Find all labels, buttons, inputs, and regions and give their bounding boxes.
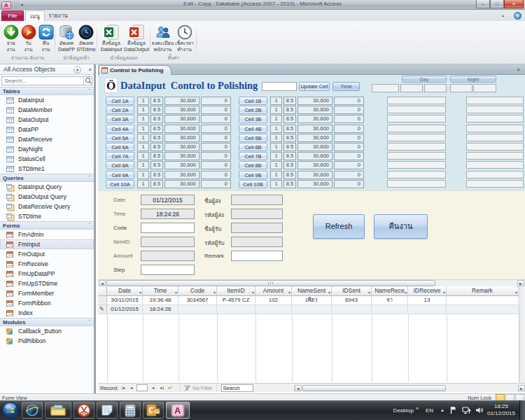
scroll-left-icon[interactable]: ◀ — [295, 385, 302, 391]
nav-item[interactable]: DataInput — [0, 95, 94, 105]
cell-button[interactable]: Cell 6B — [239, 143, 267, 151]
cell-field-2[interactable]: 8.5 — [284, 97, 296, 105]
day-value-box[interactable] — [387, 171, 446, 178]
field-input[interactable] — [231, 195, 283, 205]
cell-field-1[interactable]: 1 — [270, 180, 282, 188]
day-total-box[interactable] — [372, 84, 399, 92]
navigation-pane-header[interactable]: All Access Objects ▾ « — [0, 64, 94, 75]
update-cell-button[interactable]: Update Cell — [299, 82, 330, 91]
cell-field-3[interactable]: 30,600 — [164, 115, 200, 123]
cell-button[interactable]: Cell 10B — [239, 180, 267, 188]
cell-field-4[interactable]: 0 — [334, 115, 364, 123]
cell-field-2[interactable]: 8.5 — [150, 161, 163, 169]
nav-item[interactable]: Callback_Button — [0, 326, 94, 336]
cell-field-2[interactable]: 8.5 — [150, 180, 163, 188]
nav-item[interactable]: PidRibbon — [0, 336, 94, 346]
cell-field-4[interactable]: 0 — [334, 134, 364, 142]
nav-item[interactable]: FmAdmin — [0, 230, 94, 239]
action-center-flag-icon[interactable] — [449, 406, 458, 414]
cell-field-4[interactable]: 0 — [201, 106, 231, 114]
nav-item[interactable]: DataOutput — [0, 115, 94, 125]
datasheet-column-header[interactable]: ItemID ▾ — [217, 286, 255, 296]
cell-button[interactable]: Cell 8B — [239, 161, 267, 169]
cell-field-3[interactable]: 30,600 — [164, 106, 200, 114]
datasheet-vertical-scrollbar[interactable] — [519, 286, 525, 383]
night-value-box[interactable] — [466, 171, 524, 178]
cell-field-1[interactable]: 1 — [137, 106, 149, 114]
night-value-box[interactable] — [466, 115, 524, 122]
cell-field-1[interactable]: 1 — [137, 171, 149, 179]
cell-field-4[interactable]: 0 — [334, 152, 364, 160]
cell-field-4[interactable]: 0 — [334, 97, 364, 105]
cell-field-1[interactable]: 1 — [137, 97, 149, 105]
cell-field-3[interactable]: 30,600 — [164, 134, 200, 142]
cell-button[interactable]: Cell 4B — [239, 125, 267, 133]
document-tab[interactable]: Control to Polishing — [99, 65, 172, 75]
cell-field-3[interactable]: 30,600 — [298, 171, 332, 179]
taskbar-access[interactable]: A — [166, 402, 190, 419]
time-button[interactable]: Time — [332, 82, 360, 91]
ribbon-button-return[interactable]: คืน งาน — [37, 23, 55, 52]
nav-item[interactable]: FmUpSTDtime — [0, 279, 94, 288]
night-value-box[interactable] — [466, 97, 524, 104]
cell-field-1[interactable]: 1 — [270, 171, 282, 179]
nav-item[interactable]: DataOutput Query — [0, 192, 94, 202]
datasheet-cell[interactable]: P-4579 CZ — [217, 296, 255, 305]
show-hidden-icons-icon[interactable]: ▲ — [440, 408, 444, 412]
file-tab[interactable]: File — [1, 10, 24, 21]
cell-field-2[interactable]: 8.5 — [150, 125, 163, 133]
language-indicator[interactable]: EN — [426, 407, 433, 414]
cell-button[interactable]: Cell 7B — [239, 152, 267, 160]
cell-field-3[interactable]: 30,600 — [164, 152, 200, 160]
nav-section-header[interactable]: Tables ˆ — [0, 87, 94, 95]
previous-record-icon[interactable]: ◂ — [127, 384, 135, 391]
datasheet-cell[interactable]: 3034567 — [178, 296, 217, 305]
cell-field-1[interactable]: 1 — [137, 180, 149, 188]
cell-field-4[interactable]: 0 — [201, 143, 231, 151]
cell-button[interactable]: Cell 3A — [106, 115, 134, 123]
row-selector[interactable] — [98, 296, 107, 305]
night-value-box[interactable] — [466, 134, 524, 141]
cell-field-2[interactable]: 8.5 — [284, 134, 296, 142]
refresh-button[interactable]: Refresh — [313, 214, 365, 239]
cell-field-2[interactable]: 8.5 — [284, 115, 296, 123]
maximize-button[interactable]: □ — [490, 0, 504, 8]
night-box-2[interactable] — [473, 84, 496, 92]
start-button[interactable] — [1, 401, 20, 419]
field-input[interactable] — [141, 265, 195, 275]
cell-field-4[interactable]: 0 — [201, 97, 231, 105]
day-value-box[interactable] — [387, 106, 446, 113]
datasheet-cell[interactable]: เพียว — [292, 296, 332, 305]
cell-button[interactable]: Cell 2A — [106, 106, 134, 114]
cell-field-4[interactable]: 0 — [334, 180, 364, 188]
taskbar-sticky-notes[interactable] — [97, 402, 118, 419]
nav-item[interactable]: FmInput — [0, 239, 94, 249]
cell-field-2[interactable]: 8.5 — [150, 152, 163, 160]
cell-field-3[interactable]: 30,600 — [164, 161, 200, 169]
cell-field-4[interactable]: 0 — [334, 106, 364, 114]
cell-button[interactable]: Cell 4A — [106, 125, 134, 133]
cell-field-3[interactable]: 30,600 — [164, 180, 200, 188]
datasheet-column-header[interactable]: NameRece ▾ — [372, 286, 408, 296]
day-box-1[interactable] — [400, 84, 423, 92]
return-work-button[interactable]: คืนงาน — [374, 214, 428, 239]
nav-item[interactable]: FmUpDataPP — [0, 269, 94, 279]
cell-button[interactable]: Cell 1A — [106, 97, 134, 105]
cell-field-2[interactable]: 8.5 — [284, 143, 296, 151]
nav-item[interactable]: FmOutput — [0, 249, 94, 259]
night-value-box[interactable] — [466, 161, 524, 169]
taskbar-outlook[interactable]: O — [143, 402, 164, 419]
datasheet-column-header[interactable]: IDReceive ▾ — [408, 286, 447, 296]
datasheet-cell[interactable]: 19:36:48 — [143, 296, 178, 305]
taskbar-snipping-tool[interactable] — [74, 402, 94, 419]
cell-field-1[interactable]: 1 — [270, 161, 282, 169]
cell-field-3[interactable]: 30,600 — [298, 106, 332, 114]
datasheet-cell[interactable]: จา — [372, 296, 408, 305]
cell-field-2[interactable]: 8.5 — [284, 180, 296, 188]
datasheet-cell[interactable] — [372, 305, 408, 314]
nav-search-box[interactable]: Search... — [1, 76, 92, 85]
cell-field-3[interactable]: 30,600 — [298, 143, 332, 151]
cell-button[interactable]: Cell 1B — [239, 97, 267, 105]
volume-icon[interactable] — [475, 406, 483, 414]
cell-field-3[interactable]: 30,600 — [298, 152, 332, 160]
